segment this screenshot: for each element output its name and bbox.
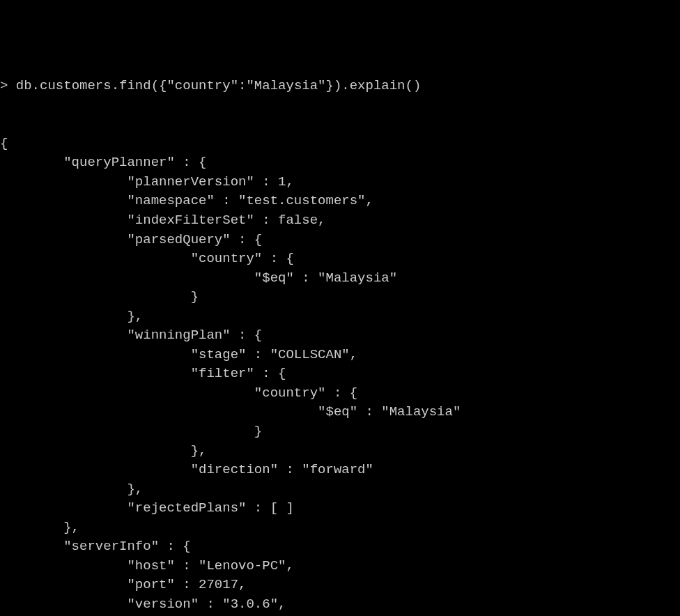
output-line: "parsedQuery" : {	[0, 232, 262, 247]
output-line: "queryPlanner" : {	[0, 155, 206, 170]
output-line: "stage" : "COLLSCAN",	[0, 347, 357, 362]
output-line: },	[0, 443, 206, 459]
command-text: db.customers.find({"country":"Malaysia"}…	[16, 78, 422, 93]
output-line: }	[0, 289, 199, 305]
output-line: "rejectedPlans" : [ ]	[0, 500, 294, 516]
command-prompt-line[interactable]: > db.customers.find({"country":"Malaysia…	[0, 77, 680, 96]
output-line: },	[0, 309, 143, 324]
output-line: "host" : "Lenovo-PC",	[0, 558, 294, 573]
output-line: "filter" : {	[0, 366, 286, 381]
output-line: },	[0, 520, 79, 535]
output-line: "version" : "3.0.6",	[0, 596, 286, 612]
output-line: "winningPlan" : {	[0, 328, 262, 343]
prompt-symbol: >	[0, 78, 8, 93]
output-line: "$eq" : "Malaysia"	[0, 270, 397, 286]
output-line: "indexFilterSet" : false,	[0, 213, 325, 228]
output-line: "plannerVersion" : 1,	[0, 174, 294, 190]
output-line: "direction" : "forward"	[0, 462, 373, 477]
output-line: },	[0, 482, 143, 497]
output-line: "country" : {	[0, 251, 294, 266]
output-line: "port" : 27017,	[0, 577, 246, 592]
output-block: { "queryPlanner" : { "plannerVersion" : …	[0, 115, 680, 616]
output-line: {	[0, 136, 8, 151]
output-line: "country" : {	[0, 385, 357, 401]
output-line: "serverInfo" : {	[0, 539, 191, 554]
output-line: "namespace" : "test.customers",	[0, 193, 373, 208]
output-line: }	[0, 424, 262, 439]
output-line: "$eq" : "Malaysia"	[0, 404, 461, 419]
